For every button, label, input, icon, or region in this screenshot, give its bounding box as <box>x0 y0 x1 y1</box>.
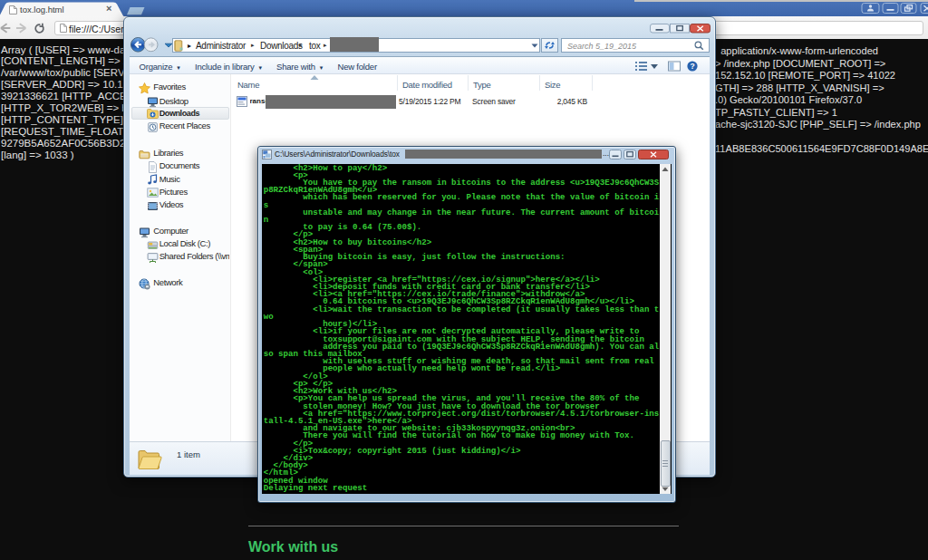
svg-text:?: ? <box>690 61 694 70</box>
